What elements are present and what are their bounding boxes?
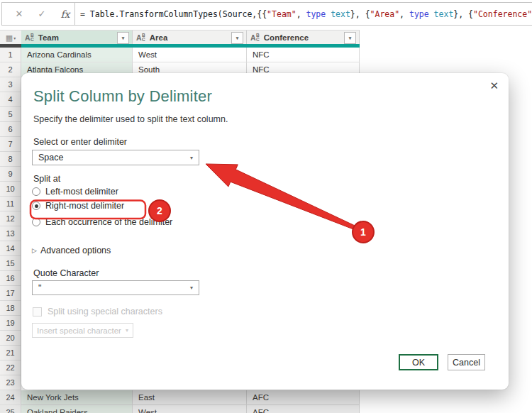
row-number: 8 xyxy=(0,152,21,167)
column-filter-button[interactable]: ▾ xyxy=(231,32,243,44)
formula-token xyxy=(429,9,434,19)
formula-token: }, { xyxy=(453,9,473,19)
radio-selected-icon[interactable] xyxy=(32,202,40,210)
row-number: 24 xyxy=(0,390,21,405)
split-at-option-label: Left-most delimiter xyxy=(45,187,118,197)
row-number: 12 xyxy=(0,211,21,226)
row-number: 11 xyxy=(0,197,21,211)
split-at-option-2[interactable]: Right-most delimiter xyxy=(32,199,172,213)
formula-toolbar: ✕ ✓ fx xyxy=(1,2,84,26)
row-number: 23 xyxy=(0,375,21,390)
table-cell[interactable]: AFC xyxy=(247,405,360,413)
row-number: 1 xyxy=(0,48,21,62)
column-header-team[interactable]: ABCTeam▾ xyxy=(21,30,133,44)
row-number: 3 xyxy=(0,77,21,92)
column-header-area[interactable]: ABCArea▾ xyxy=(133,30,247,44)
table-cell[interactable]: West xyxy=(133,48,247,62)
formula-token: = Table.TransformColumnTypes(Source,{{ xyxy=(80,9,267,19)
formula-token: "Team" xyxy=(267,9,297,19)
row-number: 2 xyxy=(0,62,21,77)
table-cell[interactable]: Arizona Cardinals xyxy=(21,48,133,62)
ok-button[interactable]: OK xyxy=(399,354,438,370)
advanced-options-label: Advanced options xyxy=(40,246,111,255)
select-all-table-button[interactable]: ▦ ▾ xyxy=(0,30,22,45)
split-at-label: Split at xyxy=(33,174,60,184)
delimiter-value: Space xyxy=(38,153,63,163)
column-header-label: Team xyxy=(38,33,59,42)
formula-token: }, { xyxy=(350,9,370,19)
close-icon[interactable]: ✕ xyxy=(488,78,500,94)
column-header-label: Conference xyxy=(264,33,309,42)
column-header-label: Area xyxy=(150,33,168,42)
column-filter-button[interactable]: ▾ xyxy=(344,32,356,44)
table-cell[interactable]: AFC xyxy=(247,390,360,405)
formula-token: type xyxy=(306,9,326,19)
row-number: 21 xyxy=(0,346,21,360)
delimiter-label: Select or enter delimiter xyxy=(33,137,127,147)
row-number: 15 xyxy=(0,256,21,271)
formula-bar: ✕ ✓ fx = Table.TransformColumnTypes(Sour… xyxy=(0,0,532,28)
dialog-title: Split Column by Delimiter xyxy=(33,87,212,106)
special-characters-checkbox[interactable]: Split using special characters xyxy=(33,307,162,316)
radio-icon[interactable] xyxy=(32,187,40,196)
row-number: 25 xyxy=(0,405,21,413)
row-number: 4 xyxy=(0,92,21,107)
row-number: 13 xyxy=(0,226,21,241)
chevron-down-icon: ▾ xyxy=(13,35,16,40)
table-cell[interactable]: East xyxy=(133,390,247,405)
text-type-icon: ABC xyxy=(25,33,34,42)
split-at-option-3[interactable]: Each occurrence of the delimiter xyxy=(32,215,172,229)
formula-token: "Area" xyxy=(370,9,400,19)
row-number: 19 xyxy=(0,316,21,331)
dialog-subtitle: Specify the delimiter used to split the … xyxy=(33,114,228,124)
table-cell[interactable]: NFC xyxy=(247,48,360,62)
special-characters-label: Split using special characters xyxy=(48,307,162,316)
quote-character-value: " xyxy=(38,283,41,293)
column-filter-button[interactable]: ▾ xyxy=(117,32,129,44)
table-cell[interactable]: Oakland Raiders xyxy=(21,405,133,413)
row-number: 16 xyxy=(0,271,21,286)
chevron-down-icon: ▾ xyxy=(190,285,193,291)
formula-token: type xyxy=(409,9,429,19)
row-number: 22 xyxy=(0,360,21,375)
quote-character-dropdown[interactable]: " ▾ xyxy=(32,280,199,295)
formula-token: text xyxy=(331,9,350,19)
row-number: 5 xyxy=(0,107,21,122)
radio-icon[interactable] xyxy=(32,218,40,226)
formula-token: "Conference" xyxy=(473,9,532,19)
chevron-down-icon: ▾ xyxy=(126,327,128,334)
column-header-conference[interactable]: ABCConference▾ xyxy=(247,30,360,44)
insert-special-character-label: Insert special character xyxy=(37,326,121,335)
delimiter-dropdown[interactable]: Space ▾ xyxy=(32,150,199,165)
commit-icon[interactable]: ✓ xyxy=(38,9,45,19)
table-cell[interactable]: West xyxy=(133,405,247,413)
formula-text: = Table.TransformColumnTypes(Source,{{"T… xyxy=(80,9,532,19)
row-number: 9 xyxy=(0,167,21,182)
row-number: 10 xyxy=(0,182,21,197)
fx-icon[interactable]: fx xyxy=(60,9,70,20)
text-type-icon: ABC xyxy=(250,33,260,42)
formula-token: , xyxy=(297,9,306,19)
text-type-icon: ABC xyxy=(136,33,145,42)
triangle-collapsed-icon: ▷ xyxy=(32,247,37,254)
row-number: 17 xyxy=(0,286,21,301)
split-at-options: Left-most delimiterRight-most delimiterE… xyxy=(32,185,172,229)
quote-character-label: Quote Character xyxy=(33,268,99,278)
row-number: 6 xyxy=(0,122,21,137)
row-number: 14 xyxy=(0,241,21,256)
table-cell[interactable]: New York Jets xyxy=(21,390,133,405)
advanced-options-toggle[interactable]: ▷ Advanced options xyxy=(32,246,111,255)
split-at-option-label: Right-most delimiter xyxy=(45,201,124,211)
row-number: 20 xyxy=(0,331,21,346)
discard-icon[interactable]: ✕ xyxy=(16,9,23,19)
split-column-dialog: ✕ Split Column by Delimiter Specify the … xyxy=(21,73,509,390)
table-corner-icon: ▦ xyxy=(6,34,13,41)
split-at-option-label: Each occurrence of the delimiter xyxy=(45,217,172,227)
split-at-option-1[interactable]: Left-most delimiter xyxy=(32,185,172,199)
cancel-button[interactable]: Cancel xyxy=(448,354,485,370)
checkbox-icon xyxy=(33,307,42,316)
formula-input[interactable]: = Table.TransformColumnTypes(Source,{{"T… xyxy=(74,2,532,26)
formula-token: , xyxy=(399,9,409,19)
chevron-down-icon: ▾ xyxy=(190,155,193,161)
insert-special-character-button[interactable]: Insert special character ▾ xyxy=(32,323,133,338)
